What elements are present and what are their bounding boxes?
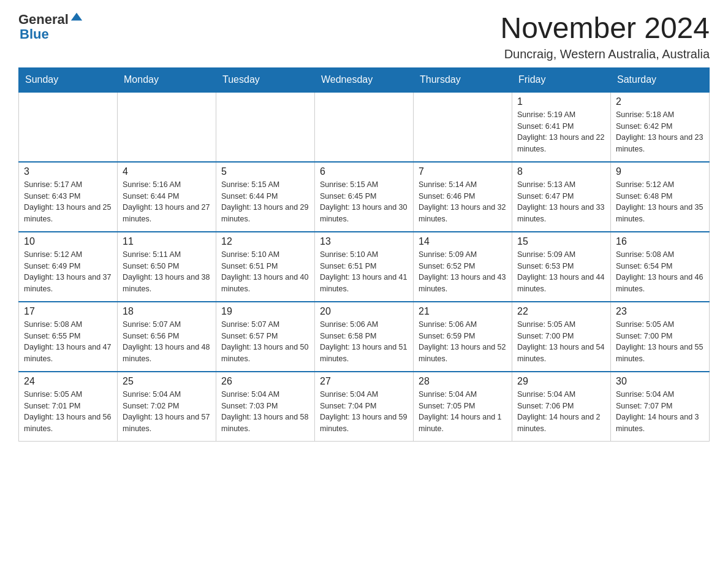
header-sunday: Sunday (19, 67, 118, 92)
page-header: General Blue November 2024 Duncraig, Wes… (18, 12, 710, 61)
calendar-cell-1-4: 7Sunrise: 5:14 AMSunset: 6:46 PMDaylight… (414, 162, 512, 232)
header-thursday: Thursday (414, 67, 512, 92)
calendar-cell-2-3: 13Sunrise: 5:10 AMSunset: 6:51 PMDayligh… (315, 232, 414, 302)
day-info-line: Sunrise: 5:17 AM (24, 179, 112, 191)
day-number: 17 (24, 306, 112, 317)
calendar-cell-0-3 (315, 92, 414, 162)
day-number: 20 (320, 306, 408, 317)
calendar-cell-0-5: 1Sunrise: 5:19 AMSunset: 6:41 PMDaylight… (512, 92, 611, 162)
day-info-line: Sunset: 7:02 PM (123, 400, 211, 412)
day-info-line: Sunrise: 5:18 AM (616, 109, 704, 121)
calendar-cell-2-4: 14Sunrise: 5:09 AMSunset: 6:52 PMDayligh… (414, 232, 512, 302)
calendar-cell-0-4 (414, 92, 512, 162)
day-info-line: Daylight: 13 hours and 23 minutes. (616, 132, 704, 155)
day-info-line: Daylight: 13 hours and 55 minutes. (616, 342, 704, 365)
day-info-line: Sunrise: 5:16 AM (123, 179, 211, 191)
calendar-cell-3-3: 20Sunrise: 5:06 AMSunset: 6:58 PMDayligh… (315, 302, 414, 372)
day-info-line: Daylight: 13 hours and 52 minutes. (419, 342, 507, 365)
day-info-line: Sunset: 6:59 PM (419, 331, 507, 342)
calendar-cell-3-4: 21Sunrise: 5:06 AMSunset: 6:59 PMDayligh… (414, 302, 512, 372)
day-info-line: Sunrise: 5:09 AM (419, 249, 507, 261)
day-info-line: Sunrise: 5:04 AM (123, 389, 211, 400)
day-info-line: Daylight: 13 hours and 54 minutes. (517, 342, 605, 365)
day-info-line: Daylight: 13 hours and 30 minutes. (320, 202, 408, 225)
day-info-line: Sunrise: 5:09 AM (517, 249, 605, 261)
day-number: 26 (221, 376, 309, 387)
week-row-1: 1Sunrise: 5:19 AMSunset: 6:41 PMDaylight… (19, 92, 710, 162)
day-info-line: Daylight: 13 hours and 50 minutes. (221, 342, 309, 365)
day-info-line: Sunset: 7:00 PM (517, 331, 605, 342)
day-info-line: Sunset: 6:49 PM (24, 261, 112, 272)
calendar-cell-1-1: 4Sunrise: 5:16 AMSunset: 6:44 PMDaylight… (118, 162, 216, 232)
calendar-cell-2-0: 10Sunrise: 5:12 AMSunset: 6:49 PMDayligh… (19, 232, 118, 302)
header-tuesday: Tuesday (216, 67, 315, 92)
day-info-line: Daylight: 13 hours and 40 minutes. (221, 272, 309, 295)
logo-general-text: General (18, 12, 69, 27)
day-info-line: Sunset: 6:54 PM (616, 261, 704, 272)
calendar-cell-4-3: 27Sunrise: 5:04 AMSunset: 7:04 PMDayligh… (315, 372, 414, 442)
day-number: 19 (221, 306, 309, 317)
calendar-cell-1-3: 6Sunrise: 5:15 AMSunset: 6:45 PMDaylight… (315, 162, 414, 232)
day-info-line: Sunrise: 5:04 AM (616, 389, 704, 400)
day-info-line: Daylight: 13 hours and 51 minutes. (320, 342, 408, 365)
svg-marker-0 (71, 13, 82, 21)
day-info-line: Sunset: 7:00 PM (616, 331, 704, 342)
day-info-line: Daylight: 13 hours and 22 minutes. (517, 132, 605, 155)
day-number: 25 (123, 376, 211, 387)
day-number: 5 (221, 166, 309, 177)
day-info-line: Sunset: 6:42 PM (616, 121, 704, 132)
week-row-5: 24Sunrise: 5:05 AMSunset: 7:01 PMDayligh… (19, 372, 710, 442)
week-row-4: 17Sunrise: 5:08 AMSunset: 6:55 PMDayligh… (19, 302, 710, 372)
day-number: 11 (123, 236, 211, 247)
day-info-line: Sunrise: 5:10 AM (320, 249, 408, 261)
calendar-cell-4-4: 28Sunrise: 5:04 AMSunset: 7:05 PMDayligh… (414, 372, 512, 442)
day-info-line: Daylight: 13 hours and 59 minutes. (320, 412, 408, 435)
day-info-line: Daylight: 13 hours and 56 minutes. (24, 412, 112, 435)
day-info-line: Sunset: 6:57 PM (221, 331, 309, 342)
day-number: 9 (616, 166, 704, 177)
day-info-line: Sunset: 6:47 PM (517, 191, 605, 202)
day-info-line: Sunrise: 5:15 AM (320, 179, 408, 191)
day-number: 8 (517, 166, 605, 177)
calendar-cell-4-1: 25Sunrise: 5:04 AMSunset: 7:02 PMDayligh… (118, 372, 216, 442)
calendar-cell-2-6: 16Sunrise: 5:08 AMSunset: 6:54 PMDayligh… (611, 232, 710, 302)
day-info-line: Sunrise: 5:08 AM (24, 319, 112, 331)
day-info-line: Daylight: 13 hours and 44 minutes. (517, 272, 605, 295)
day-info-line: Daylight: 13 hours and 29 minutes. (221, 202, 309, 225)
calendar-cell-3-0: 17Sunrise: 5:08 AMSunset: 6:55 PMDayligh… (19, 302, 118, 372)
day-number: 10 (24, 236, 112, 247)
day-info-line: Daylight: 13 hours and 37 minutes. (24, 272, 112, 295)
calendar-cell-1-6: 9Sunrise: 5:12 AMSunset: 6:48 PMDaylight… (611, 162, 710, 232)
day-info-line: Sunset: 7:01 PM (24, 400, 112, 412)
day-info-line: Sunrise: 5:05 AM (517, 319, 605, 331)
day-info-line: Sunset: 6:51 PM (221, 261, 309, 272)
calendar-cell-2-5: 15Sunrise: 5:09 AMSunset: 6:53 PMDayligh… (512, 232, 611, 302)
day-info-line: Daylight: 13 hours and 33 minutes. (517, 202, 605, 225)
header-saturday: Saturday (611, 67, 710, 92)
day-info-line: Daylight: 13 hours and 35 minutes. (616, 202, 704, 225)
day-info-line: Sunrise: 5:05 AM (24, 389, 112, 400)
day-info-line: Daylight: 13 hours and 41 minutes. (320, 272, 408, 295)
calendar-cell-3-6: 23Sunrise: 5:05 AMSunset: 7:00 PMDayligh… (611, 302, 710, 372)
day-info-line: Daylight: 13 hours and 48 minutes. (123, 342, 211, 365)
calendar-cell-4-5: 29Sunrise: 5:04 AMSunset: 7:06 PMDayligh… (512, 372, 611, 442)
header-monday: Monday (118, 67, 216, 92)
day-info-line: Daylight: 13 hours and 38 minutes. (123, 272, 211, 295)
day-info-line: Sunrise: 5:06 AM (419, 319, 507, 331)
day-info-line: Sunset: 6:53 PM (517, 261, 605, 272)
day-info-line: Sunset: 7:05 PM (419, 400, 507, 412)
day-info-line: Sunrise: 5:07 AM (221, 319, 309, 331)
calendar-cell-1-5: 8Sunrise: 5:13 AMSunset: 6:47 PMDaylight… (512, 162, 611, 232)
day-info-line: Daylight: 14 hours and 2 minutes. (517, 412, 605, 435)
calendar-cell-0-6: 2Sunrise: 5:18 AMSunset: 6:42 PMDaylight… (611, 92, 710, 162)
calendar-cell-0-1 (118, 92, 216, 162)
day-info-line: Sunrise: 5:04 AM (517, 389, 605, 400)
day-info-line: Sunrise: 5:06 AM (320, 319, 408, 331)
day-info-line: Sunset: 6:58 PM (320, 331, 408, 342)
day-number: 28 (419, 376, 507, 387)
day-number: 16 (616, 236, 704, 247)
day-info-line: Sunrise: 5:04 AM (320, 389, 408, 400)
day-info-line: Daylight: 14 hours and 3 minutes. (616, 412, 704, 435)
day-info-line: Sunset: 6:44 PM (221, 191, 309, 202)
day-number: 24 (24, 376, 112, 387)
